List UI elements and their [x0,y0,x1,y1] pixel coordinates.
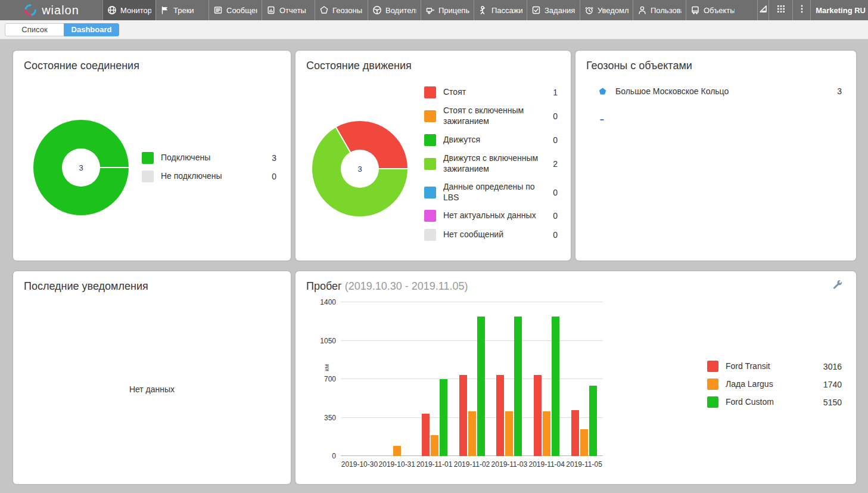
tab-dashboard[interactable]: Dashboard [64,23,119,36]
apps-button[interactable] [769,0,792,20]
nav-item-reports[interactable]: Отчеты [262,0,315,20]
bar-ford-transit [422,414,430,456]
geofences-panel: Геозоны с объектами Большое Московское К… [575,51,856,261]
tab-list[interactable]: Список [5,23,64,36]
geofence-unit-count: 3 [837,86,842,96]
x-axis-label: 2019-10-30 [341,460,378,469]
connection-legend: Подключены3Не подключены0 [142,152,276,182]
settings-wrench-icon[interactable] [832,280,843,290]
panel-title: Последние уведомления [13,271,291,293]
geofence-dash-icon [598,115,607,123]
top-nav-bar: wialon МониторингТрекиСообщенияОтчетыГео… [0,0,868,20]
nav-item-drivers[interactable]: Водители [368,0,421,20]
nav-item-jobs[interactable]: Задания [527,0,580,20]
legend-item[interactable]: Движутся с включенным зажиганием2 [424,153,558,175]
more-button[interactable] [792,0,810,20]
nav-item-tracks[interactable]: Треки [155,0,209,20]
wialon-logo: wialon [0,0,102,20]
motion-donut-chart[interactable]: 3 [312,121,407,216]
nav-item-label: Отчеты [279,6,306,15]
legend-swatch [424,210,436,222]
nav-item-messages[interactable]: Сообщения [209,0,262,20]
mileage-panel: Пробег (2019.10.30 - 2019.11.05) км 0350… [295,271,856,484]
nav-item-label: Мониторинг [120,6,151,15]
legend-value: 0 [262,172,276,181]
bar-лада-largus [505,411,513,456]
legend-item[interactable]: Подключены3 [142,152,276,164]
legend-item[interactable]: Данные определены по LBS0 [424,182,558,203]
legend-swatch [142,170,154,182]
legend-item[interactable]: Не подключены0 [142,170,276,182]
legend-item[interactable]: Лада Largus1740 [707,379,842,390]
panel-title: Пробег (2019.10.30 - 2019.11.05) [295,271,856,293]
bar-group: 2019-10-30 [341,302,378,456]
alarm-icon [584,5,594,15]
geofence-shape-icon [598,87,607,95]
x-axis-label: 2019-11-04 [528,460,565,469]
bar-group: 2019-10-31 [378,302,416,456]
geofence-row[interactable] [598,115,842,123]
legend-item[interactable]: Ford Transit3016 [707,361,842,372]
legend-swatch [424,229,436,241]
legend-item[interactable]: Нет сообщений0 [424,229,558,241]
trailer-icon [425,5,435,15]
wialon-logo-icon [23,3,38,17]
nav-item-monitoring[interactable]: Мониторинг [102,0,155,20]
tools-button[interactable] [757,0,769,20]
nav-item-notifications[interactable]: Уведомления [580,0,633,20]
y-axis-tick: 350 [306,414,336,422]
legend-value: 5150 [818,398,842,407]
bar-ford-custom [477,317,485,456]
bar-group: 2019-11-01 [416,302,453,456]
legend-item[interactable]: Движутся0 [424,134,558,146]
nav-item-users[interactable]: Пользователи [633,0,686,20]
nav-item-label: Пользователи [651,6,682,15]
bar-ford-custom [440,379,447,456]
nav-item-label: Водители [385,6,416,15]
nav-item-trailers[interactable]: Прицепы [421,0,474,20]
legend-swatch [424,158,436,170]
legend-value: 1 [543,88,558,97]
tasks-icon [531,5,541,15]
driver-icon [372,5,382,15]
legend-item[interactable]: Ford Custom5150 [707,396,842,408]
nav-item-label: Геозоны [332,6,362,15]
reports-icon [266,5,276,15]
bar-ford-transit [496,375,504,456]
apps-grid-icon [776,4,786,16]
y-axis-tick: 1050 [306,337,336,345]
legend-item[interactable]: Стоят1 [424,86,558,98]
legend-swatch [707,361,718,372]
nav-item-geofences[interactable]: Геозоны [315,0,368,20]
legend-swatch [142,152,154,164]
user-menu-button[interactable]: Marketing RU [810,0,868,20]
connection-donut-chart[interactable]: 3 [33,120,129,215]
legend-value: 3016 [818,362,842,371]
nav-item-label: Уведомления [598,6,629,15]
bar-ford-custom [552,317,559,456]
x-axis-label: 2019-11-05 [566,460,602,469]
legend-value: 0 [543,211,558,221]
nav-item-label: Задания [545,6,575,15]
mileage-legend: Ford Transit3016Лада Largus1740Ford Cust… [707,361,842,408]
bar-groups: 2019-10-302019-10-312019-11-012019-11-02… [341,302,603,456]
bar-лада-largus [580,429,588,456]
legend-item[interactable]: Стоят с включенным зажиганием0 [424,106,558,127]
geofence-list: Большое Московское Кольцо3 [575,72,856,123]
legend-label: Движутся [443,135,543,145]
geofence-row[interactable]: Большое Московское Кольцо3 [598,86,842,96]
x-axis-label: 2019-11-02 [454,460,490,469]
legend-swatch [424,187,436,199]
legend-value: 3 [262,153,276,163]
geofence-icon [319,5,329,15]
header-tools [757,0,810,20]
panel-title: Состояние движения [295,51,571,72]
nav-item-passengers[interactable]: Пассажиры [474,0,527,20]
legend-label: Не подключены [161,171,262,182]
bar-лада-largus [468,411,476,456]
y-axis-tick: 700 [306,375,336,383]
nav-item-units[interactable]: Объекты [686,0,739,20]
legend-swatch [424,110,436,122]
legend-item[interactable]: Нет актуальных данных0 [424,210,558,222]
nav-item-label: Треки [173,6,194,15]
